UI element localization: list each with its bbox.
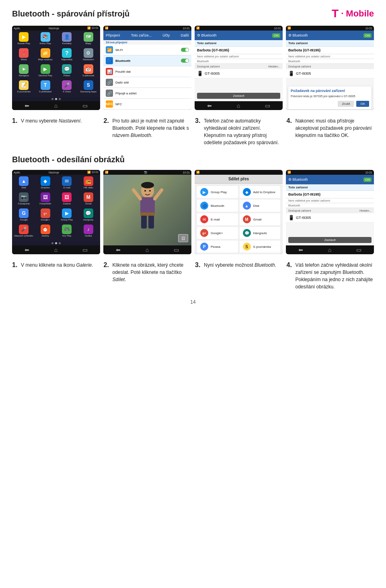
share-googleplus[interactable]: g+ Google+	[197, 227, 238, 239]
instruction-2-2: 2. Kliknete na obrázek, který chcete ode…	[104, 261, 191, 290]
app-planovac[interactable]: 📅S plánovač	[78, 64, 99, 79]
app-email[interactable]: ✉E-mail	[57, 176, 77, 191]
svg-rect-6	[148, 214, 154, 229]
share-picasa[interactable]: P Picasa	[197, 241, 238, 253]
app-dropbox[interactable]: ◆Dropbox	[35, 176, 56, 191]
share-hangouts[interactable]: 💬 Hangouts	[240, 227, 281, 239]
instruction-2-1: 1. V menu kliknete na ikonu Galerie.	[12, 261, 100, 290]
settings-screen-2: 📶 10:01 Připojení Toto zaříze... Účty Da…	[103, 26, 191, 110]
section2-instructions: 1. V menu kliknete na ikonu Galerie. 2. …	[12, 261, 374, 290]
app-google[interactable]: GGoogle	[14, 208, 34, 223]
app-soubory[interactable]: 📁Moje soubory	[35, 48, 56, 63]
app-nastaveni[interactable]: ⚙Nastavení	[78, 48, 99, 63]
share-header-7: Sdílet přes	[195, 175, 283, 184]
bt-device-sub2-8: Bluetooth	[286, 203, 374, 208]
settings-wifi[interactable]: 📶 Wi-Fi	[103, 45, 191, 55]
app-hangouty[interactable]: 💬Hangouty	[78, 208, 99, 223]
bt-device-gt-8[interactable]: 📱 GT-I9305	[286, 213, 374, 223]
svg-rect-2	[140, 197, 155, 215]
app-svoice[interactable]: 🎤S Voice	[57, 80, 77, 95]
share-hangouts-icon: 💬	[243, 229, 251, 237]
share-gmail[interactable]: M Gmail	[240, 213, 281, 225]
step-text-2-2: Kliknete na obrázek, který chcete odesla…	[113, 261, 191, 283]
step-number-1-2: 2.	[104, 117, 110, 125]
app-obchod[interactable]: ▶Obchod Play	[35, 64, 56, 79]
app-napoveda[interactable]: ?Nápověda	[57, 48, 77, 63]
statusbar-1: Aplík. Nástroje 📶 10:01	[12, 26, 100, 31]
bluetooth-toggle[interactable]	[181, 59, 189, 63]
app-hryplay[interactable]: 🎮Hry Play	[57, 225, 77, 239]
bt-stop-btn-8[interactable]: Zastavit	[288, 237, 372, 243]
bt-toto-zarizeni: Toto zařízení	[195, 40, 283, 47]
pairing-ok-btn[interactable]: OK	[356, 101, 369, 107]
step-number-1-1: 1.	[12, 117, 18, 125]
app-pokec[interactable]: 💬Pokec	[57, 64, 77, 79]
app-samsung-apps[interactable]: SSamsung Apps	[78, 80, 99, 95]
svg-rect-5	[141, 214, 147, 229]
app-grid-5: ▲Disk ◆Dropbox ✉E-mail 📻FM rádio 📷Fotoap…	[12, 175, 100, 241]
svg-rect-7	[140, 212, 155, 216]
step-text-2-4: Váš telefon začne vyhledávat okolní zaří…	[296, 261, 374, 290]
share-groupplay[interactable]: ▶ Group Play	[197, 186, 238, 198]
bt-device-gt-4[interactable]: 📱 GT-I9305	[286, 69, 374, 78]
share-email[interactable]: ✉ E-mail	[197, 213, 238, 225]
app-hodiny[interactable]: ⏰Hodiny	[35, 225, 56, 239]
settings-nfc[interactable]: NFC NFC	[103, 99, 191, 110]
instruction-1-1: 1. V menu vyberete Nastavení.	[12, 117, 100, 146]
step-number-2-1: 1.	[12, 261, 18, 269]
share-disk[interactable]: ▲ Disk	[240, 200, 281, 212]
share-disk-icon: ▲	[243, 202, 251, 210]
app-navigace[interactable]: ➤Navigace	[14, 64, 34, 79]
app-fmradio[interactable]: 📻FM rádio	[78, 176, 99, 191]
settings-networks[interactable]: 🔗 Další sítě	[103, 77, 191, 88]
app-fotoaparat[interactable]: 📷Fotoaparát	[14, 192, 34, 207]
share-spoznamka[interactable]: S S poznámka	[240, 241, 281, 253]
step-number-2-2: 2.	[104, 261, 110, 269]
app-fotopribeh[interactable]: 🖼Fotopříběh	[35, 192, 56, 207]
settings-bluetooth[interactable]: 🔵 Bluetooth	[103, 55, 191, 66]
nfc-icon: NFC	[106, 100, 113, 108]
app-disk[interactable]: ▲Disk	[14, 176, 34, 191]
svg-line-3	[133, 190, 140, 199]
navbar-5: ⬅ ⌂ ▭	[12, 245, 100, 254]
statusbar-3: 📶 10:01	[195, 26, 283, 31]
statusbar-6: 📶 📷 10:01	[103, 170, 191, 175]
section2-header: Bluetooth - odesílání obrázků	[12, 155, 374, 164]
app-prekladac[interactable]: TS překladač	[35, 80, 56, 95]
bt-stop-btn-3[interactable]: Zastavit	[197, 93, 280, 99]
share-grid-7: ▶ Group Play ◆ Add to Dropbox 🔵 Bluetoot…	[195, 184, 283, 254]
app-groupplay[interactable]: ▶Group Play	[57, 208, 77, 223]
settings-data[interactable]: 📊 Použití dat	[103, 66, 191, 77]
section2-title: Bluetooth - odesílání obrázků	[12, 155, 125, 164]
app-hudba[interactable]: ♪Hudba	[78, 225, 99, 239]
app-poznamka[interactable]: 📝S poznámka	[14, 80, 34, 95]
app-galerie[interactable]: 🖼Galerie	[57, 192, 77, 207]
app-mista[interactable]: 📍Místa	[14, 48, 34, 63]
svg-point-8	[144, 190, 146, 192]
settings-connect[interactable]: 🔗 Připojit a sdílet	[103, 88, 191, 99]
app-kiosek[interactable]: ▶Kiosek Play	[14, 32, 34, 47]
app-gmail[interactable]: MGmail	[78, 192, 99, 207]
character-svg	[131, 182, 164, 238]
app-mapy[interactable]: 🗺Mapy	[78, 32, 99, 47]
tmobile-logo: T · Mobile	[332, 7, 374, 20]
app-googleplus[interactable]: g+Google+	[35, 208, 56, 223]
share-bluetooth[interactable]: 🔵 Bluetooth	[197, 200, 238, 212]
settings-sbeam[interactable]: S S Beam	[103, 110, 191, 110]
instruction-2-3: 3. Nyní vyberete možnost Bluetooth.	[195, 261, 283, 290]
app-hlasove[interactable]: 🎤Hlasové vyhledáv.	[14, 225, 34, 239]
app-kontakty[interactable]: 👤Kontakty	[57, 32, 77, 47]
bt-device-gt-3[interactable]: 📱 GT-I9305	[195, 69, 283, 78]
bluetooth-header-4: ⚙ Bluetooth ON	[286, 31, 374, 40]
bt-device-name-8: Barbota (GT-I9195)	[286, 191, 374, 198]
tmobile-dot1: ·	[341, 8, 343, 19]
section1-instructions: 1. V menu vyberete Nastavení. 2. Pro tut…	[12, 117, 374, 146]
wifi-toggle[interactable]	[181, 48, 189, 52]
share-dropbox[interactable]: ◆ Add to Dropbox	[240, 186, 281, 198]
pairing-cancel-btn[interactable]: Zrušit	[338, 101, 354, 107]
app-knihy[interactable]: 📚Knihy Play	[35, 32, 56, 47]
svg-line-4	[155, 190, 162, 199]
pairing-buttons: Zrušit OK	[291, 101, 369, 107]
bt-device-sub-3: Není viditelné pro ostatní zařízení	[195, 54, 283, 59]
instruction-2-4: 4. Váš telefon začne vyhledávat okolní z…	[287, 261, 374, 290]
